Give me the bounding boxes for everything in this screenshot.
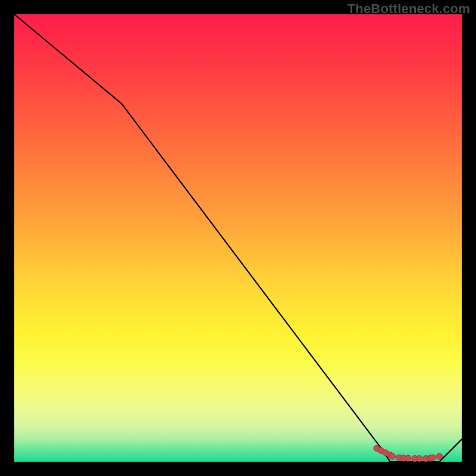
series-markers: [374, 445, 443, 462]
marker-dot: [416, 456, 422, 462]
marker-dot: [405, 455, 411, 461]
bottleneck-line: [14, 14, 462, 462]
marker-dot: [430, 455, 436, 461]
plot-area: [14, 14, 462, 462]
chart-svg: [14, 14, 462, 462]
series-line: [14, 14, 462, 462]
chart-stage: TheBottleneck.com: [0, 0, 476, 476]
marker-dot: [389, 453, 395, 459]
marker-dot: [436, 453, 442, 459]
